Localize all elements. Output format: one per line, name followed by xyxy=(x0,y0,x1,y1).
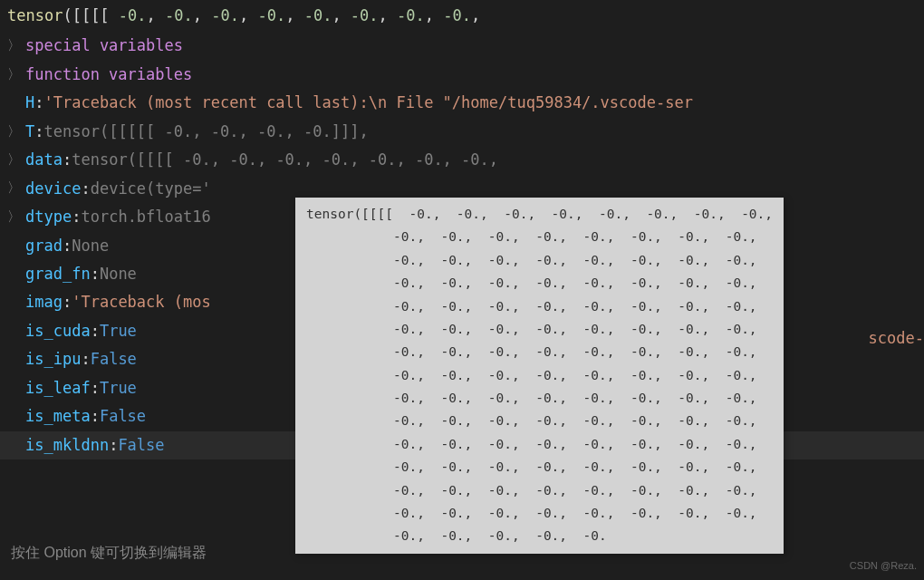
var-value: (type=' xyxy=(146,175,211,203)
chevron-right-icon: 〉 xyxy=(7,34,20,59)
var-value: None xyxy=(72,232,109,260)
var-key: grad_fn xyxy=(25,260,91,288)
var-tensor-prefix: tensor xyxy=(72,146,127,174)
hover-tooltip: tensor([[[[ -0., -0., -0., -0., -0., -0.… xyxy=(295,198,784,554)
var-value: ([[[[ -0., -0., -0., -0., -0., -0., -0., xyxy=(128,146,498,174)
var-key: dtype xyxy=(25,203,72,231)
var-key: T xyxy=(25,118,34,146)
var-key: is_leaf xyxy=(25,374,91,402)
chevron-right-icon: 〉 xyxy=(7,120,20,145)
function-variables-row[interactable]: 〉 function variables xyxy=(0,61,924,89)
top-tensor-display: tensor([[[[ -0., -0., -0., -0., -0., -0.… xyxy=(0,0,924,32)
var-value: ([[[[[ -0., -0., -0., -0.]]], xyxy=(100,118,369,146)
var-value-type: .bfloat16 xyxy=(128,203,211,231)
var-value: True xyxy=(100,374,137,402)
var-key: imag xyxy=(25,288,63,316)
footer-hint: 按住 Option 键可切换到编辑器 xyxy=(11,539,207,566)
var-value-module: torch xyxy=(81,203,127,231)
var-H-row[interactable]: H: 'Traceback (most recent call last):\n… xyxy=(0,89,924,117)
var-tensor-prefix: tensor xyxy=(44,118,100,146)
var-value: None xyxy=(100,260,137,288)
bg-code-fragment: scode- xyxy=(869,324,924,353)
var-key: is_ipu xyxy=(25,345,81,373)
var-key: is_meta xyxy=(25,402,91,430)
special-variables-label: special variables xyxy=(25,32,183,60)
var-key: H xyxy=(25,89,34,117)
var-value: True xyxy=(100,317,137,345)
var-key: grad xyxy=(25,232,63,260)
var-value: False xyxy=(118,431,164,459)
function-variables-label: function variables xyxy=(25,61,192,89)
chevron-right-icon: 〉 xyxy=(7,63,20,88)
var-value: 'Traceback (most recent call last):\n Fi… xyxy=(44,89,693,117)
watermark: CSDN @Reza. xyxy=(850,556,917,575)
special-variables-row[interactable]: 〉 special variables xyxy=(0,32,924,60)
var-data-row[interactable]: 〉 data: tensor([[[[ -0., -0., -0., -0., … xyxy=(0,146,924,174)
chevron-right-icon: 〉 xyxy=(7,176,20,201)
var-value: False xyxy=(91,345,137,373)
var-key: device xyxy=(25,175,81,203)
chevron-right-icon: 〉 xyxy=(7,205,20,230)
var-value: 'Traceback (mos xyxy=(72,288,211,316)
chevron-right-icon: 〉 xyxy=(7,148,20,173)
var-key: is_cuda xyxy=(25,317,91,345)
var-device-prefix: device xyxy=(91,175,146,203)
var-key: is_mkldnn xyxy=(25,431,109,459)
var-key: data xyxy=(25,146,63,174)
var-value: False xyxy=(100,402,146,430)
var-T-row[interactable]: 〉 T: tensor([[[[[ -0., -0., -0., -0.]]], xyxy=(0,118,924,146)
